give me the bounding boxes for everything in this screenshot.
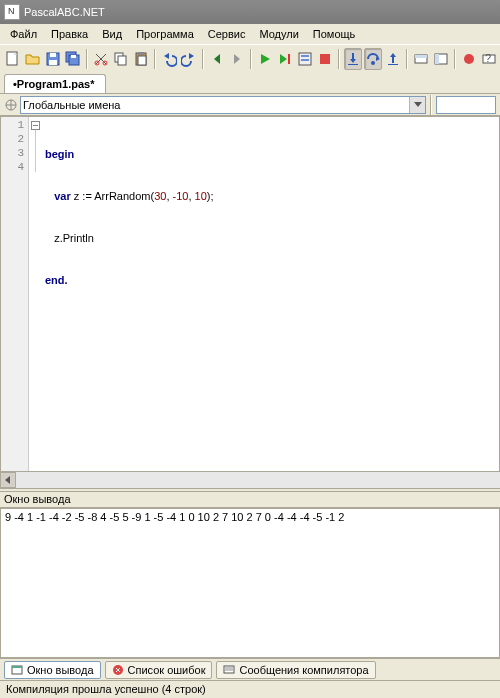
step-out-button[interactable] xyxy=(384,48,402,70)
locals-button[interactable] xyxy=(432,48,450,70)
menu-bar: Файл Правка Вид Программа Сервис Модули … xyxy=(0,24,500,44)
paste-button[interactable] xyxy=(132,48,150,70)
output-text: 9 -4 1 -1 -4 -2 -5 -8 4 -5 5 -9 1 -5 -4 … xyxy=(5,511,344,523)
file-tab[interactable]: •Program1.pas* xyxy=(4,74,106,93)
method-call: z.Println xyxy=(54,232,94,244)
toolbar: ? xyxy=(0,44,500,72)
scissors-icon xyxy=(93,51,109,67)
svg-rect-4 xyxy=(49,60,57,65)
separator xyxy=(406,49,408,69)
redo-button[interactable] xyxy=(180,48,198,70)
step-into-button[interactable] xyxy=(344,48,362,70)
line-number: 3 xyxy=(1,147,28,161)
run-button[interactable] xyxy=(256,48,274,70)
svg-marker-42 xyxy=(414,102,422,107)
svg-marker-19 xyxy=(261,54,270,64)
separator xyxy=(202,49,204,69)
separator xyxy=(338,49,340,69)
save-all-button[interactable] xyxy=(64,48,82,70)
horizontal-scrollbar[interactable] xyxy=(0,472,500,488)
step-out-icon xyxy=(385,51,401,67)
status-bar: Компиляция прошла успешно (4 строк) xyxy=(0,680,500,698)
cut-button[interactable] xyxy=(92,48,110,70)
play-nodebug-icon xyxy=(277,51,293,67)
svg-rect-21 xyxy=(288,54,290,64)
new-file-button[interactable] xyxy=(4,48,22,70)
copy-button[interactable] xyxy=(112,48,130,70)
dropdown-arrow-icon xyxy=(409,97,425,113)
fold-toggle[interactable] xyxy=(31,121,40,130)
breakpoint-button[interactable] xyxy=(460,48,478,70)
svg-marker-26 xyxy=(350,59,356,63)
redo-icon xyxy=(181,51,197,67)
breakpoint-icon xyxy=(461,51,477,67)
copy-icon xyxy=(113,51,129,67)
app-icon xyxy=(4,4,20,20)
save-all-icon xyxy=(65,51,81,67)
menu-program[interactable]: Программа xyxy=(130,26,200,42)
keyword: end. xyxy=(45,274,68,286)
svg-rect-11 xyxy=(118,56,126,65)
svg-marker-16 xyxy=(189,53,194,59)
svg-rect-3 xyxy=(50,53,56,57)
menu-help[interactable]: Помощь xyxy=(307,26,362,42)
separator xyxy=(430,95,432,115)
scope-bar: Глобальные имена xyxy=(0,94,500,116)
stop-button[interactable] xyxy=(316,48,334,70)
svg-rect-14 xyxy=(138,52,144,55)
menu-edit[interactable]: Правка xyxy=(45,26,94,42)
svg-rect-13 xyxy=(138,56,146,65)
menu-modules[interactable]: Модули xyxy=(253,26,304,42)
menu-file[interactable]: Файл xyxy=(4,26,43,42)
watch-button[interactable] xyxy=(412,48,430,70)
menu-view[interactable]: Вид xyxy=(96,26,128,42)
separator xyxy=(154,49,156,69)
nav-back-button[interactable] xyxy=(208,48,226,70)
svg-rect-35 xyxy=(435,54,439,64)
compile-button[interactable] xyxy=(296,48,314,70)
save-button[interactable] xyxy=(44,48,62,70)
folder-open-icon xyxy=(25,51,41,67)
scroll-left-icon[interactable] xyxy=(0,472,16,488)
svg-marker-15 xyxy=(164,53,169,59)
svg-marker-17 xyxy=(214,54,220,64)
line-number: 1 xyxy=(1,119,28,133)
evaluate-button[interactable]: ? xyxy=(480,48,498,70)
scope-icon xyxy=(4,98,18,112)
tab-errors[interactable]: Список ошибок xyxy=(105,661,213,679)
title-bar: PascalABC.NET xyxy=(0,0,500,24)
code-editor[interactable]: 1 2 3 4 begin var z := ArrRandom(30, -10… xyxy=(0,116,500,472)
search-input[interactable] xyxy=(436,96,496,114)
tab-label: Program1.pas* xyxy=(17,78,95,90)
open-button[interactable] xyxy=(24,48,42,70)
step-over-button[interactable] xyxy=(364,48,382,70)
scope-combo[interactable]: Глобальные имена xyxy=(20,96,426,114)
line-number: 2 xyxy=(1,133,28,147)
svg-point-29 xyxy=(371,61,375,65)
keyword: begin xyxy=(45,148,74,160)
separator xyxy=(86,49,88,69)
undo-button[interactable] xyxy=(160,48,178,70)
locals-icon xyxy=(433,51,449,67)
messages-icon xyxy=(223,664,235,676)
code-area[interactable]: begin var z := ArrRandom(30, -10, 10); z… xyxy=(41,117,499,471)
status-text: Компиляция прошла успешно (4 строк) xyxy=(6,683,206,695)
tab-compiler-messages[interactable]: Сообщения компилятора xyxy=(216,661,375,679)
separator xyxy=(250,49,252,69)
output-title: Окно вывода xyxy=(0,492,500,508)
svg-marker-20 xyxy=(280,54,287,64)
svg-marker-43 xyxy=(5,476,10,484)
tab-output[interactable]: Окно вывода xyxy=(4,661,101,679)
output-panel[interactable]: 9 -4 1 -1 -4 -2 -5 -8 4 -5 5 -9 1 -5 -4 … xyxy=(0,508,500,658)
menu-service[interactable]: Сервис xyxy=(202,26,252,42)
nav-forward-button[interactable] xyxy=(228,48,246,70)
run-nodebug-button[interactable] xyxy=(276,48,294,70)
line-number: 4 xyxy=(1,161,28,175)
tab-label: Сообщения компилятора xyxy=(239,664,368,676)
function: ArrRandom xyxy=(94,190,150,202)
number: 30 xyxy=(154,190,166,202)
separator xyxy=(454,49,456,69)
svg-rect-24 xyxy=(301,59,309,61)
svg-rect-7 xyxy=(71,55,76,58)
number: -10 xyxy=(173,190,189,202)
